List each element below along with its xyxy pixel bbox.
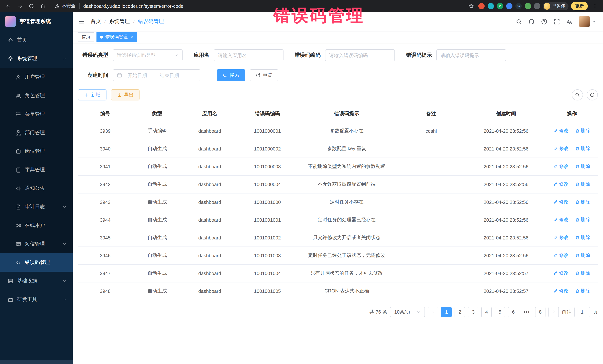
next-page-button[interactable]: [548, 307, 559, 317]
plus-icon: [84, 92, 89, 97]
table-row: 3940 自动生成 dashboard 1001000002 参数配置 key …: [78, 140, 598, 157]
delete-link[interactable]: 删除: [575, 128, 590, 134]
breadcrumb-item[interactable]: 首页: [91, 18, 101, 25]
kebab-menu-icon[interactable]: [590, 2, 599, 11]
extension-icon[interactable]: [524, 3, 531, 9]
sidebar-item[interactable]: 角色管理: [0, 86, 73, 105]
extension-icon[interactable]: V: [497, 3, 503, 9]
error-hint-input[interactable]: [441, 53, 502, 58]
edit-link[interactable]: 修改: [553, 128, 568, 134]
page-button[interactable]: 6: [508, 307, 519, 317]
edit-link[interactable]: 修改: [553, 270, 568, 276]
sidebar-item[interactable]: 审计日志: [0, 198, 73, 216]
sidebar-toggle-button[interactable]: [73, 18, 91, 25]
cell-type: 自动生成: [132, 157, 182, 175]
url-text[interactable]: dashboard.yudao.iocoder.cn/system/error-…: [83, 3, 184, 9]
sidebar-item[interactable]: 基础设施: [0, 272, 73, 290]
sidebar-item[interactable]: 通知公告: [0, 179, 73, 198]
sidebar-item[interactable]: 错误码管理: [0, 253, 73, 272]
sidebar-item[interactable]: 岗位管理: [0, 142, 73, 161]
page-button[interactable]: 3: [468, 307, 478, 317]
header-search-icon[interactable]: [516, 18, 522, 25]
fullscreen-icon[interactable]: [554, 18, 560, 25]
sidebar-item[interactable]: 字典管理: [0, 161, 73, 179]
sidebar: 芋道管理系统 首页 系统管理: [0, 12, 73, 364]
search-button[interactable]: 搜索: [217, 69, 245, 81]
edit-link[interactable]: 修改: [553, 234, 568, 241]
bookmark-star-icon[interactable]: [467, 2, 475, 11]
edit-link[interactable]: 修改: [553, 163, 568, 170]
delete-link[interactable]: 删除: [575, 288, 590, 294]
delete-link[interactable]: 删除: [575, 199, 590, 205]
tab[interactable]: 错误码管理: [96, 32, 137, 42]
sidebar-logo[interactable]: 芋道管理系统: [0, 12, 73, 31]
breadcrumb-item[interactable]: 错误码管理: [138, 18, 164, 25]
page-button[interactable]: 1: [441, 307, 452, 317]
page-button[interactable]: 2: [455, 307, 465, 317]
reset-button[interactable]: 重置: [250, 69, 278, 81]
sidebar-item[interactable]: 系统管理: [0, 49, 73, 68]
tab[interactable]: 首页: [78, 32, 94, 42]
page-button[interactable]: 8: [535, 307, 545, 317]
browser-home-button[interactable]: [38, 2, 47, 11]
edit-icon: [553, 218, 558, 222]
sidebar-item[interactable]: 用户管理: [0, 68, 73, 86]
delete-link[interactable]: 删除: [575, 270, 590, 276]
sidebar-item[interactable]: 研发工具: [0, 290, 73, 309]
help-icon[interactable]: [541, 18, 547, 25]
error-code-input[interactable]: [329, 53, 391, 58]
delete-link[interactable]: 删除: [575, 234, 590, 241]
browser-update-button[interactable]: 更新: [571, 2, 588, 10]
browser-profile-chip[interactable]: 已暂停: [543, 2, 568, 10]
prev-page-button[interactable]: [428, 307, 439, 317]
font-size-icon[interactable]: [566, 18, 573, 25]
extension-icon[interactable]: on: [515, 3, 522, 9]
page-button[interactable]: 5: [495, 307, 505, 317]
export-button[interactable]: 导出: [111, 89, 139, 100]
sidebar-item[interactable]: 菜单管理: [0, 105, 73, 123]
goto-page-input[interactable]: [574, 307, 590, 317]
sidebar-item[interactable]: 首页: [0, 31, 73, 49]
browser-back-button[interactable]: [4, 2, 13, 11]
edit-link[interactable]: 修改: [553, 145, 568, 152]
page-button[interactable]: •••: [522, 307, 532, 317]
extension-icon[interactable]: [534, 3, 540, 9]
divider: [79, 3, 80, 9]
sidebar-item[interactable]: 在线用户: [0, 216, 73, 235]
add-button[interactable]: 新增: [78, 89, 106, 100]
sidebar-item-label: 通知公告: [25, 185, 45, 192]
delete-link[interactable]: 删除: [575, 181, 590, 188]
delete-link[interactable]: 删除: [575, 252, 590, 259]
start-date-input[interactable]: [124, 72, 150, 78]
delete-link[interactable]: 删除: [575, 163, 590, 170]
delete-link[interactable]: 删除: [575, 145, 590, 152]
edit-link[interactable]: 修改: [553, 252, 568, 259]
edit-link[interactable]: 修改: [553, 217, 568, 223]
close-icon[interactable]: [130, 35, 134, 39]
refresh-table-button[interactable]: [587, 89, 598, 100]
edit-link[interactable]: 修改: [553, 199, 568, 205]
extension-icon[interactable]: [487, 3, 494, 9]
cell-remark: [396, 157, 466, 175]
sidebar-item[interactable]: 部门管理: [0, 123, 73, 142]
extension-icon[interactable]: [506, 3, 512, 9]
delete-link[interactable]: 删除: [575, 217, 590, 223]
security-chip[interactable]: 不安全: [55, 3, 76, 9]
end-date-input[interactable]: [156, 72, 182, 78]
sidebar-scrollbar[interactable]: [0, 360, 73, 364]
sidebar-item[interactable]: 短信管理: [0, 235, 73, 253]
browser-reload-button[interactable]: [27, 2, 36, 11]
page-size-select[interactable]: 10条/页: [390, 307, 425, 317]
page-button[interactable]: 4: [481, 307, 492, 317]
app-name-input[interactable]: [218, 53, 279, 58]
edit-link[interactable]: 修改: [553, 181, 568, 188]
edit-link[interactable]: 修改: [553, 288, 568, 294]
github-icon[interactable]: [528, 18, 535, 25]
browser-forward-button[interactable]: [15, 2, 24, 11]
toggle-search-button[interactable]: [572, 89, 583, 100]
extension-icon[interactable]: [478, 3, 485, 9]
user-menu[interactable]: [579, 16, 596, 27]
date-range-picker[interactable]: -: [113, 69, 200, 81]
breadcrumb-item[interactable]: 系统管理: [109, 18, 130, 25]
error-type-select[interactable]: 请选择错误码类型: [113, 49, 183, 61]
